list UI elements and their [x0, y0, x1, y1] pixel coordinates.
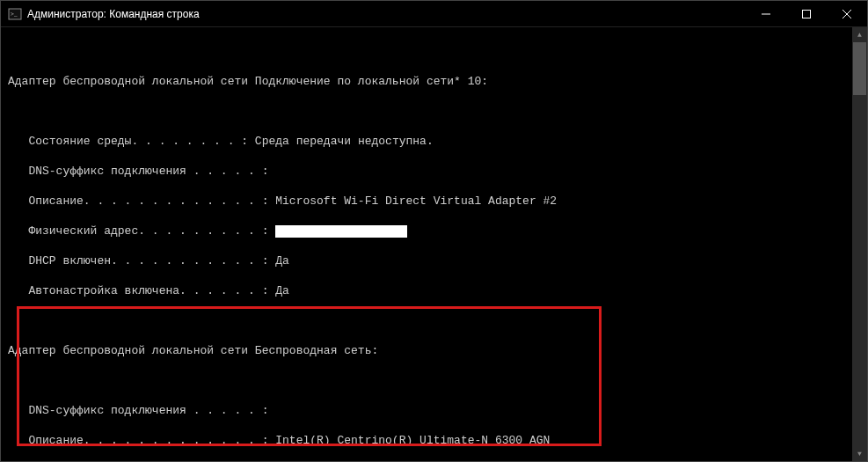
output-line: DNS-суффикс подключения . . . . . :	[8, 403, 867, 418]
label: Описание. . . . . . . . . . . . . :	[8, 194, 275, 208]
output-line: DNS-суффикс подключения . . . . . :	[8, 164, 867, 179]
blank-line	[8, 44, 867, 59]
svg-rect-3	[803, 10, 811, 18]
value: Среда передачи недоступна.	[255, 135, 434, 148]
output-line: Описание. . . . . . . . . . . . . : Inte…	[8, 433, 867, 448]
scroll-up-arrow[interactable]: ▲	[852, 27, 867, 42]
maximize-button[interactable]	[786, 1, 827, 27]
label: DNS-суффикс подключения . . . . . :	[8, 165, 268, 178]
output-line: Состояние среды. . . . . . . . : Среда п…	[8, 134, 867, 149]
label: Автонастройка включена. . . . . . :	[8, 284, 275, 297]
blank-line	[8, 104, 867, 119]
output-line: DHCP включен. . . . . . . . . . . : Да	[8, 253, 867, 268]
output-line: Описание. . . . . . . . . . . . . : Micr…	[8, 194, 867, 209]
vertical-scrollbar[interactable]: ▲ ▼	[852, 27, 867, 461]
adapter-header: Адаптер беспроводной локальной сети Бесп…	[8, 343, 867, 358]
scroll-down-arrow[interactable]: ▼	[852, 446, 867, 461]
value: Да	[275, 254, 289, 268]
command-prompt-window: >_ Администратор: Командная строка Адапт…	[0, 0, 868, 462]
scrollbar-thumb[interactable]	[853, 42, 866, 95]
blank-line	[8, 373, 867, 388]
value: Microsoft Wi-Fi Direct Virtual Adapter #…	[275, 194, 557, 208]
label: DNS-суффикс подключения . . . . . :	[8, 404, 268, 417]
window-controls	[746, 1, 867, 27]
svg-text:>_: >_	[11, 11, 18, 18]
title-bar: >_ Администратор: Командная строка	[1, 1, 867, 27]
cmd-icon: >_	[8, 7, 22, 21]
minimize-button[interactable]	[746, 1, 786, 27]
terminal-output[interactable]: Адаптер беспроводной локальной сети Подк…	[1, 27, 867, 461]
value: Да	[275, 284, 289, 297]
label: Описание. . . . . . . . . . . . . :	[8, 434, 275, 447]
label: Физический адрес. . . . . . . . . :	[8, 224, 275, 238]
adapter-header: Адаптер беспроводной локальной сети Подк…	[8, 74, 867, 89]
blank-line	[8, 313, 867, 328]
redacted-value	[275, 225, 407, 238]
output-line: Физический адрес. . . . . . . . . :	[8, 224, 867, 238]
window-title: Администратор: Командная строка	[27, 8, 746, 20]
label: DHCP включен. . . . . . . . . . . :	[8, 254, 275, 268]
value: Intel(R) Centrino(R) Ultimate-N 6300 AGN	[275, 434, 550, 447]
close-button[interactable]	[827, 1, 867, 27]
label: Состояние среды. . . . . . . . :	[8, 135, 255, 148]
output-line: Автонастройка включена. . . . . . : Да	[8, 283, 867, 298]
